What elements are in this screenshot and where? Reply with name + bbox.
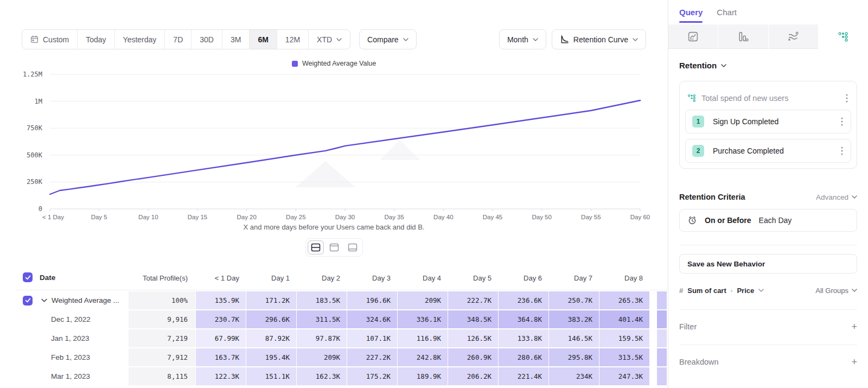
add-breakdown-button[interactable]: + [851, 357, 857, 367]
row-checkbox[interactable] [23, 272, 33, 282]
behavior-card-header: Total spend of new users [685, 87, 851, 110]
retention-value-cell: 260.9K [448, 348, 498, 366]
step-number-badge: 2 [692, 145, 704, 157]
retention-section-header[interactable]: Retention [679, 61, 857, 70]
divider [679, 309, 857, 310]
retention-value-cell: 401.4K [599, 310, 649, 328]
add-filter-button[interactable]: + [851, 322, 857, 332]
chevron-down-icon [852, 289, 857, 292]
retention-criteria-row: Retention Criteria Advanced [679, 193, 857, 201]
chart-type-button[interactable]: Retention Curve [552, 29, 646, 49]
report-type-retention[interactable] [819, 24, 868, 49]
retention-criteria-label: Retention Criteria [679, 193, 745, 201]
report-type-insights[interactable] [668, 24, 718, 49]
breadcrumb-arrow-icon: › [731, 287, 733, 294]
step-menu-button[interactable] [840, 145, 844, 156]
clipped-value-cell [657, 329, 667, 347]
svg-text:Day 5: Day 5 [91, 214, 107, 220]
x-axis-caption: X and more days before your Users came b… [0, 223, 668, 233]
split-view-icon [311, 243, 321, 252]
report-type-flows[interactable] [769, 24, 818, 49]
all-groups-dropdown[interactable]: All Groups [815, 287, 857, 295]
column-header[interactable]: Day 5 [448, 274, 498, 282]
retention-curve-plot[interactable]: 0250K500K750K1M1.25M< 1 DayDay 5Day 10Da… [0, 69, 668, 223]
svg-text:1M: 1M [35, 98, 42, 105]
retention-value-cell: 195.4K [246, 348, 296, 366]
range-30d[interactable]: 30D [192, 30, 222, 49]
column-header[interactable]: Day 1 [246, 274, 296, 282]
criteria-mode-dropdown[interactable]: Advanced [816, 193, 857, 201]
step-menu-button[interactable] [840, 116, 844, 127]
clipped-value-cell [657, 310, 667, 328]
kebab-icon [841, 117, 843, 126]
save-as-new-behavior-button[interactable]: Save as New Behavior [679, 254, 857, 273]
table-view-icon [348, 243, 358, 252]
retention-icon [687, 94, 696, 103]
range-xtd[interactable]: XTD [309, 30, 350, 49]
retention-value-cell: 175.2K [347, 367, 397, 385]
svg-text:Day 25: Day 25 [286, 214, 305, 220]
retention-curve-icon [560, 35, 569, 44]
retention-value-cell: 189.9K [398, 367, 448, 385]
table-row[interactable]: Weighted Average ...100%135.9K171.2K183.… [16, 291, 668, 309]
column-header[interactable]: < 1 Day [196, 274, 246, 282]
layout-table-view-button[interactable] [344, 240, 361, 255]
table-row[interactable]: Jan 1, 20237,21967.99K87.92K97.87K107.1K… [16, 329, 668, 347]
tab-query[interactable]: Query [679, 0, 703, 24]
timing-value: Each Day [759, 216, 792, 225]
kebab-icon [841, 147, 843, 155]
table-row[interactable]: Feb 1, 20237,912163.7K195.4K209K227.2K24… [16, 348, 668, 366]
table-row[interactable]: Dec 1, 20229,916230.7K296.6K311.5K324.6K… [16, 310, 668, 328]
range-6m[interactable]: 6M [250, 30, 277, 49]
range-yesterday[interactable]: Yesterday [115, 30, 165, 49]
column-header[interactable]: Day 3 [347, 274, 397, 282]
date-cell: Jan 1, 2023 [16, 329, 128, 347]
layout-split-view-button[interactable] [308, 240, 324, 255]
divider [679, 345, 857, 345]
measurement-row[interactable]: # Sum of cart › Price All Groups [679, 284, 857, 296]
retention-section-label: Retention [679, 61, 717, 70]
tab-chart[interactable]: Chart [717, 0, 737, 24]
report-main-area: CustomTodayYesterday7D30D3M6M12MXTD Comp… [0, 0, 668, 388]
retention-timing-row[interactable]: On or Before Each Day [679, 209, 857, 232]
behavior-step-1[interactable]: 1Sign Up Completed [685, 110, 851, 133]
total-profiles-cell: 9,916 [129, 310, 195, 328]
range-today[interactable]: Today [78, 30, 114, 49]
range-3m[interactable]: 3M [222, 30, 250, 49]
retention-value-cell: 296.6K [246, 310, 296, 328]
column-header[interactable]: Day 7 [549, 274, 599, 282]
column-header[interactable]: Day 4 [398, 274, 448, 282]
retention-value-cell: 196.6K [347, 291, 397, 309]
svg-text:Day 30: Day 30 [335, 214, 355, 220]
date-cell: Dec 1, 2022 [16, 310, 128, 328]
column-header[interactable]: Day 2 [297, 274, 347, 282]
range-7d[interactable]: 7D [165, 30, 192, 49]
report-type-funnels[interactable] [718, 24, 768, 49]
column-header[interactable]: Day 8 [599, 274, 649, 282]
retention-value-cell: 159.5K [599, 329, 649, 347]
expand-caret-icon[interactable] [41, 298, 47, 302]
granularity-button[interactable]: Month [499, 29, 546, 49]
chevron-down-icon [852, 195, 857, 199]
behavior-step-2[interactable]: 2Purchase Completed [685, 139, 851, 163]
funnels-icon [737, 31, 749, 42]
row-checkbox[interactable] [23, 296, 33, 306]
date-cell: Feb 1, 2023 [16, 348, 128, 366]
retention-value-cell: 183.5K [297, 291, 347, 309]
range-custom[interactable]: Custom [22, 30, 78, 49]
retention-value-cell: 133.8K [499, 329, 548, 347]
total-profiles-cell: 100% [129, 291, 195, 309]
layout-chart-view-button[interactable] [326, 240, 342, 255]
date-cell: Mar 1, 2023 [16, 367, 128, 385]
report-type-selector [668, 24, 868, 49]
retention-value-cell: 67.99K [196, 329, 246, 347]
behavior-menu-button[interactable] [845, 93, 849, 104]
compare-button[interactable]: Compare [359, 29, 417, 49]
date-column-header[interactable]: Date [16, 272, 128, 282]
svg-text:Day 35: Day 35 [384, 214, 404, 220]
column-header[interactable]: Day 6 [499, 274, 548, 282]
table-row[interactable]: Mar 1, 20238,115122.3K151.1K162.3K175.2K… [16, 367, 668, 385]
range-12m[interactable]: 12M [277, 30, 309, 49]
column-header[interactable]: Total Profile(s) [129, 274, 195, 282]
svg-text:0: 0 [39, 205, 42, 213]
